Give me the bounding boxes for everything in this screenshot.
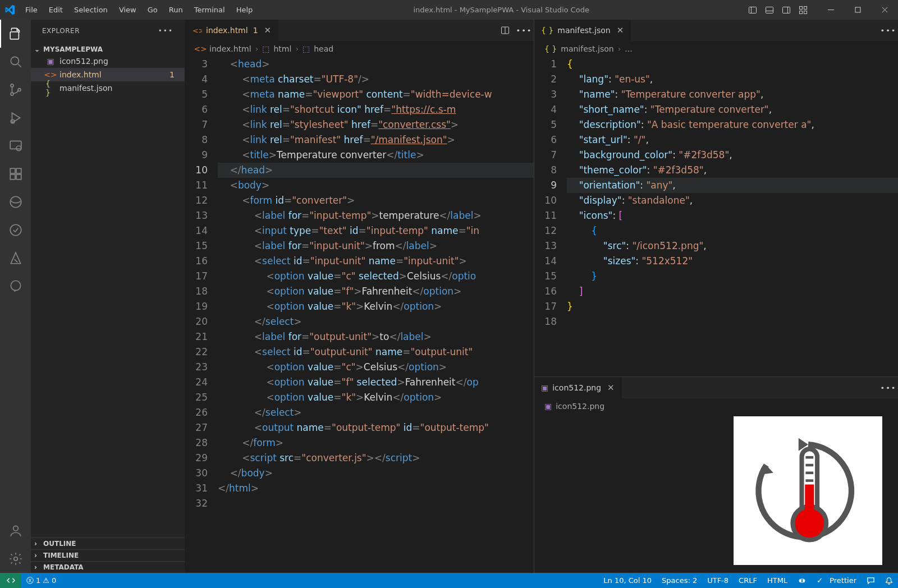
section-timeline[interactable]: › TIMELINE <box>31 549 185 561</box>
tab-label: manifest.json <box>557 26 610 35</box>
azure-view-icon[interactable] <box>0 244 31 272</box>
status-indentation[interactable]: Spaces: 2 <box>657 576 702 585</box>
image-preview <box>734 416 882 565</box>
menu-edit[interactable]: Edit <box>43 0 68 20</box>
problems-status[interactable]: ⓧ1 ⚠0 <box>21 576 61 586</box>
svg-rect-23 <box>16 174 21 180</box>
status-bar: ⓧ1 ⚠0 Ln 10, Col 10 Spaces: 2 UTF-8 CRLF… <box>0 573 898 588</box>
svg-point-16 <box>11 93 13 95</box>
edge-tools-icon[interactable] <box>0 188 31 216</box>
file-label: icon512.png <box>59 57 108 66</box>
breadcrumb-item[interactable]: icon512.png <box>556 402 604 411</box>
code-editor-left[interactable]: 3456789101112131415161718192021222324252… <box>185 57 534 573</box>
breadcrumb-item[interactable]: head <box>314 44 333 53</box>
editor-more-icon[interactable]: ••• <box>515 20 534 41</box>
brackets-icon: ⬚ <box>262 44 269 53</box>
settings-gear-icon[interactable] <box>0 545 31 573</box>
menu-help[interactable]: Help <box>231 0 259 20</box>
svg-rect-21 <box>10 168 15 173</box>
file-item-icon512-png[interactable]: ▣icon512.png <box>31 54 185 68</box>
svg-rect-8 <box>800 11 803 13</box>
svg-rect-11 <box>855 7 860 12</box>
tab-close-icon[interactable]: ✕ <box>264 25 272 35</box>
folder-header[interactable]: ⌄MYSAMPLEPWA <box>31 44 185 54</box>
status-eol[interactable]: CRLF <box>734 576 762 585</box>
customize-layout-icon[interactable] <box>795 0 812 20</box>
code-editor-right[interactable]: 123456789101112131415161718 { "lang": "e… <box>534 57 898 376</box>
svg-rect-19 <box>10 141 21 149</box>
toggle-panel-icon[interactable] <box>761 0 778 20</box>
accounts-icon[interactable] <box>0 517 31 545</box>
menu-terminal[interactable]: Terminal <box>189 0 231 20</box>
svg-point-13 <box>11 57 19 65</box>
image-file-icon: ▣ <box>544 402 552 411</box>
svg-rect-37 <box>805 484 814 520</box>
tab-index-html[interactable]: <> index.html 1 ✕ <box>185 20 278 41</box>
search-view-icon[interactable] <box>0 48 31 76</box>
svg-point-28 <box>13 526 18 531</box>
tab-close-icon[interactable]: ✕ <box>617 25 624 35</box>
svg-line-14 <box>18 64 21 67</box>
remote-explorer-view-icon[interactable] <box>0 132 31 160</box>
code-file-icon: <> <box>195 44 205 54</box>
svg-rect-9 <box>804 11 807 13</box>
editor-more-icon[interactable]: ••• <box>879 20 898 41</box>
code-file-icon: <> <box>45 70 56 80</box>
json-file-icon: { } <box>541 26 553 35</box>
breadcrumb-item[interactable]: index.html <box>209 44 251 53</box>
svg-rect-0 <box>749 7 757 13</box>
status-copilot-icon[interactable] <box>792 576 812 585</box>
status-feedback-icon[interactable] <box>862 576 880 585</box>
status-prettier[interactable]: ✓ Prettier <box>812 576 862 585</box>
maximize-button[interactable] <box>844 0 871 20</box>
section-metadata[interactable]: › METADATA <box>31 561 185 573</box>
close-button[interactable] <box>871 0 898 20</box>
toggle-primary-sidebar-icon[interactable] <box>744 0 761 20</box>
menu-selection[interactable]: Selection <box>68 0 113 20</box>
svg-rect-24 <box>16 168 21 173</box>
split-editor-icon[interactable] <box>496 20 515 41</box>
status-cursor-position[interactable]: Ln 10, Col 10 <box>598 576 657 585</box>
tab-label: index.html <box>206 26 248 35</box>
file-item-manifest-json[interactable]: { }manifest.json <box>31 81 185 95</box>
tab-manifest-json[interactable]: { } manifest.json ✕ <box>534 20 631 41</box>
modified-badge: 1 <box>169 70 179 79</box>
testing-view-icon[interactable] <box>0 216 31 244</box>
section-outline[interactable]: › OUTLINE <box>31 538 185 549</box>
menu-run[interactable]: Run <box>163 0 189 20</box>
status-bell-icon[interactable] <box>880 576 898 585</box>
menu-go[interactable]: Go <box>142 0 163 20</box>
tab-close-icon[interactable]: ✕ <box>607 383 615 393</box>
breadcrumb-item[interactable]: html <box>274 44 292 53</box>
json-file-icon: { } <box>544 44 557 53</box>
svg-rect-10 <box>828 10 834 10</box>
svg-rect-2 <box>766 7 773 13</box>
source-control-view-icon[interactable] <box>0 76 31 104</box>
status-encoding[interactable]: UTF-8 <box>702 576 734 585</box>
menu-view[interactable]: View <box>113 0 142 20</box>
file-label: index.html <box>59 70 102 79</box>
svg-rect-6 <box>800 6 803 9</box>
tab-modified-badge: 1 <box>253 26 258 35</box>
run-debug-view-icon[interactable] <box>0 104 31 132</box>
breadcrumb-item[interactable]: ... <box>625 44 632 53</box>
minimize-button[interactable] <box>817 0 844 20</box>
vscode-icon <box>0 0 20 20</box>
svg-rect-4 <box>783 7 790 13</box>
svg-point-29 <box>13 557 17 561</box>
file-label: manifest.json <box>59 84 112 93</box>
svg-point-20 <box>16 146 21 151</box>
svg-point-26 <box>10 224 21 236</box>
extensions-view-icon[interactable] <box>0 160 31 188</box>
status-language[interactable]: HTML <box>762 576 792 585</box>
explorer-view-icon[interactable] <box>0 20 31 48</box>
toggle-secondary-sidebar-icon[interactable] <box>778 0 795 20</box>
tab-icon512-png[interactable]: ▣ icon512.png ✕ <box>534 377 622 398</box>
breadcrumb-item[interactable]: manifest.json <box>561 44 613 53</box>
image-file-icon: ▣ <box>45 56 56 66</box>
menu-file[interactable]: File <box>20 0 43 20</box>
explorer-more-icon[interactable]: ••• <box>158 27 173 35</box>
chat-view-icon[interactable] <box>0 272 31 300</box>
editor-more-icon[interactable]: ••• <box>879 377 898 398</box>
remote-indicator[interactable] <box>0 573 21 588</box>
